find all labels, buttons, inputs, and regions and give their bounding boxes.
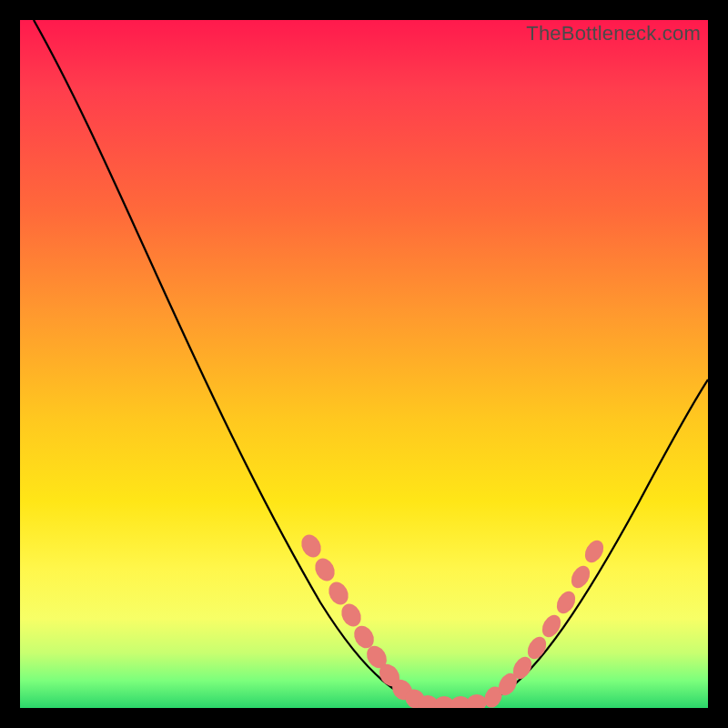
marker-group-left (298, 531, 429, 708)
svg-point-2 (325, 579, 352, 608)
chart-frame: TheBottleneck.com (0, 0, 728, 728)
svg-point-20 (581, 537, 608, 566)
svg-point-3 (338, 601, 365, 630)
svg-point-17 (539, 612, 565, 641)
svg-point-0 (298, 531, 325, 561)
marker-group-floor (418, 694, 487, 708)
svg-point-1 (311, 555, 339, 584)
bottleneck-curve-line (34, 20, 708, 704)
svg-point-18 (553, 588, 580, 617)
svg-point-12 (467, 694, 487, 708)
curve-svg (20, 20, 708, 708)
plot-area: TheBottleneck.com (20, 20, 708, 708)
marker-group-right (481, 537, 608, 708)
